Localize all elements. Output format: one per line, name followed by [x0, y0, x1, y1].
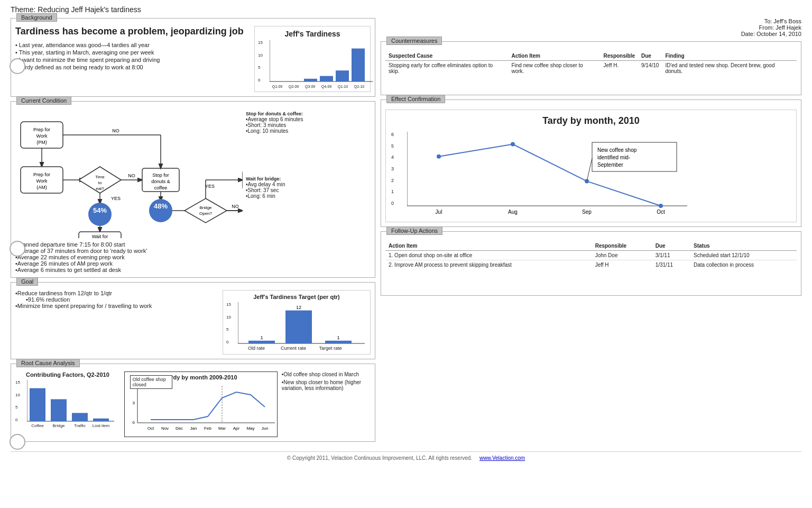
bridge-note-3: •Long: 6 min	[246, 193, 346, 199]
cm-responsible-1: Jeff H.	[601, 61, 638, 76]
svg-point-91	[511, 142, 515, 147]
cf-x-coffee: Coffee	[27, 423, 48, 428]
bridge-note-1: •Avg delay 4 min	[246, 182, 346, 187]
fu-status-1: Scheduled start 12/1/10	[690, 251, 797, 260]
follow-up-label: Follow-Up Actions	[386, 226, 442, 235]
svg-rect-69	[30, 388, 45, 421]
svg-text:12: 12	[296, 305, 301, 310]
svg-rect-65	[325, 341, 352, 343]
svg-text:Sep: Sep	[582, 209, 592, 215]
cc-bullet-4: •Average 26 minutes of AM prep work	[15, 260, 371, 267]
ec-y-4: 4	[391, 155, 394, 160]
svg-text:New coffee shop: New coffee shop	[597, 147, 637, 153]
svg-text:May: May	[246, 426, 254, 431]
tardy-chart-box: Tardy by month 2009-2010 Old coffee shop…	[124, 371, 278, 437]
fu-status-2: Data collection in process	[690, 260, 797, 270]
fu-header-status: Status	[690, 241, 797, 251]
ec-y-3: 3	[391, 166, 394, 171]
svg-rect-6	[336, 70, 349, 81]
fu-action-2: 2. Improve AM process to prevent skippin…	[385, 260, 592, 270]
contributing-factors-chart: Contributing Factors, Q2-2010 15 10 5 0	[15, 371, 120, 437]
svg-text:(AM): (AM)	[36, 185, 47, 190]
fu-due-1: 3/1/11	[652, 251, 690, 260]
svg-text:identified mid-: identified mid-	[597, 155, 630, 160]
x-label-q3-09: Q3-09	[302, 85, 318, 88]
svg-text:Prep for: Prep for	[33, 172, 50, 177]
svg-rect-4	[304, 79, 317, 81]
current-condition-section: Current Condition Prep for Work (PM)	[11, 101, 375, 278]
background-bullet-3: I want to minimize the time spent prepar…	[15, 57, 250, 63]
goal-label: Goal	[16, 277, 38, 286]
cf-y-10: 10	[15, 393, 20, 397]
svg-marker-43	[184, 198, 227, 223]
footer-url[interactable]: www.Velaction.com	[479, 455, 525, 461]
svg-text:Bridge: Bridge	[199, 205, 212, 210]
svg-text:54%: 54%	[93, 206, 107, 214]
svg-text:Work: Work	[36, 133, 48, 139]
cm-header-action: Action Item	[508, 51, 600, 61]
effect-confirmation-section: Effect Confirmation Tardy by month, 2010…	[381, 99, 801, 227]
svg-text:donuts &: donuts &	[151, 179, 170, 184]
goal-y-15: 15	[226, 302, 231, 307]
x-label-q1-09: Q1-09	[270, 85, 285, 88]
svg-text:1: 1	[337, 335, 339, 340]
from-line: From: Jeff Hajek	[381, 24, 801, 31]
ec-y-5: 5	[391, 143, 394, 149]
svg-rect-61	[248, 341, 275, 343]
fu-action-1: 1. Open donut shop on-site at office	[385, 251, 592, 260]
cm-header-finding: Finding	[662, 51, 797, 61]
x-label-q4-09: Q4-09	[319, 85, 334, 88]
goal-y-5: 5	[226, 327, 231, 332]
svg-rect-70	[51, 399, 67, 421]
background-bullet-1: Last year, attendance was good—4 tardies…	[15, 42, 250, 48]
svg-text:Aug: Aug	[508, 209, 518, 215]
bridge-note-2: •Short: 37 sec	[246, 187, 346, 193]
svg-text:Mar: Mar	[218, 426, 226, 431]
tardy-note-2: •New shop closer to home (higher variati…	[282, 379, 371, 391]
stop-note-1: •Average stop 6 minutes	[246, 116, 346, 122]
cf-x-lostitem: Lost item	[90, 423, 112, 428]
svg-line-102	[587, 158, 592, 181]
svg-text:September: September	[597, 162, 624, 168]
fu-header-responsible: Responsible	[592, 241, 652, 251]
x-label-q1-10: Q1-10	[335, 85, 350, 88]
stop-note-2: •Short: 3 minutes	[246, 122, 346, 128]
svg-text:Jan: Jan	[190, 426, 197, 431]
cc-bullet-2: •Average of 37 minutes from door to 'rea…	[15, 248, 371, 254]
x-label-q2-09: Q2-09	[286, 85, 301, 88]
cm-finding-1: ID'ed and tested new shop. Decent brew, …	[662, 61, 797, 76]
svg-text:YES: YES	[111, 196, 121, 201]
tardy-note-1: •Old coffee shop closed in March	[282, 371, 371, 377]
follow-up-table: Action Item Responsible Due Status 1. Op…	[385, 241, 797, 269]
circle-3	[10, 434, 25, 450]
circle-2	[10, 241, 25, 257]
countermeasures-table: Suspected Cause Action Item Responsible …	[385, 51, 797, 76]
right-header: To: Jeff's Boss From: Jeff Hajek Date: O…	[381, 18, 801, 37]
cc-bullet-3: •Average 22 minutes of evening prep work	[15, 254, 371, 260]
svg-text:Stop for: Stop for	[152, 173, 169, 178]
background-heading: Tardiness has become a problem, jeopardi…	[15, 26, 250, 38]
countermeasures-section: Countermeasures Suspected Cause Action I…	[381, 41, 801, 95]
current-condition-label: Current Condition	[16, 96, 71, 105]
cf-x-bridge: Bridge	[48, 423, 69, 428]
current-condition-notes: Stop for donuts & coffee: •Average stop …	[246, 111, 346, 238]
ec-y-2: 2	[391, 178, 394, 183]
cc-bullet-1: •Planned departure time 7:15 for 8:00 st…	[15, 241, 371, 248]
svg-text:coffee: coffee	[154, 185, 167, 190]
svg-text:3: 3	[132, 401, 135, 405]
svg-text:Apr: Apr	[233, 426, 240, 431]
stop-note-3: •Long: 10 minutes	[246, 128, 346, 134]
goal-chart-title: Jeff's Tardiness Target (per qtr)	[226, 294, 367, 300]
fu-due-2: 1/31/11	[652, 260, 690, 270]
svg-text:Prep for: Prep for	[33, 127, 50, 132]
goal-x-current: Current rate	[275, 346, 312, 351]
jeffs-tardiness-chart: Jeff's Tardiness 15 10 5 0	[254, 26, 371, 92]
cm-header-cause: Suspected Cause	[385, 51, 508, 61]
svg-text:Oct: Oct	[147, 426, 154, 431]
goal-text: •Reduce tardiness from 12/qtr to 1/qtr •…	[15, 290, 217, 355]
fu-row-2: 2. Improve AM process to prevent skippin…	[385, 260, 797, 270]
tardy-2009-2010-container: Tardy by month 2009-2010 Old coffee shop…	[124, 371, 278, 437]
svg-rect-7	[352, 49, 365, 81]
tardy-notes: •Old coffee shop closed in March •New sh…	[282, 371, 371, 437]
svg-text:to: to	[98, 180, 102, 185]
